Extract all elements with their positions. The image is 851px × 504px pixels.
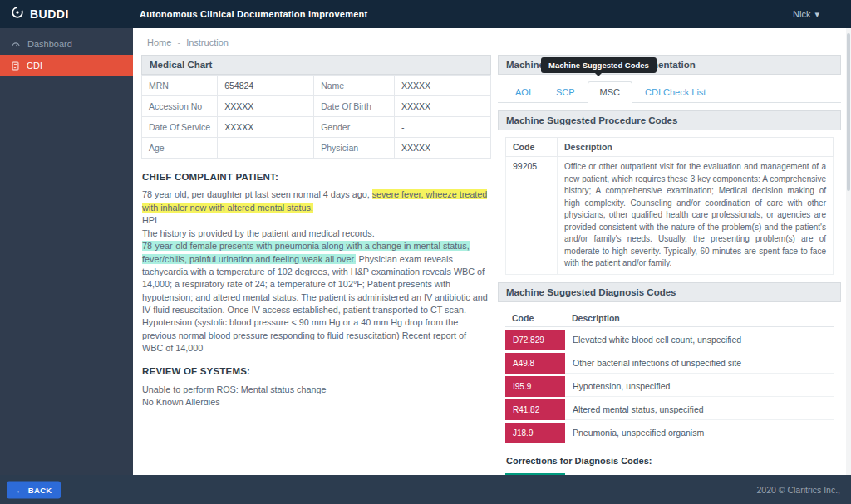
- machine-assisted-panel: Machine Assisted Clinical Documentation …: [498, 55, 841, 475]
- breadcrumb-current: Instruction: [186, 37, 229, 47]
- table-row[interactable]: J18.9 Pneumonia, unspecified organism: [505, 423, 834, 443]
- medical-chart-title: Medical Chart: [141, 55, 491, 75]
- tab-msc[interactable]: MSC: [588, 81, 632, 103]
- diagnosis-description: Other bacterial infections of unspecifie…: [565, 353, 834, 374]
- buddi-logo-icon: [11, 6, 24, 22]
- field-label: MRN: [142, 76, 218, 96]
- sidebar-item-label: CDI: [27, 61, 42, 71]
- table-header-row: Code Description: [505, 310, 834, 327]
- scrollbar[interactable]: [846, 28, 851, 475]
- diagnosis-code: J18.9: [505, 423, 565, 443]
- tab-cdi-check-list[interactable]: CDI Check List: [632, 81, 718, 103]
- field-value: XXXXX: [395, 76, 491, 96]
- field-value: -: [218, 138, 314, 159]
- diagnosis-code: R41.82: [505, 399, 565, 420]
- table-row[interactable]: D72.829 Elevated white blood cell count,…: [505, 330, 834, 350]
- field-label: Age: [142, 138, 218, 159]
- field-value: -: [395, 117, 491, 138]
- field-label: Gender: [314, 117, 395, 138]
- medical-chart-panel: Medical Chart MRN 654824 Name XXXXX Acce…: [141, 55, 491, 405]
- chief-complaint-heading: CHIEF COMPLAINT PATIENT:: [142, 170, 488, 183]
- tab-bar: AOI SCP MSC CDI Check List: [498, 76, 841, 103]
- column-header-description: Description: [565, 310, 834, 327]
- diagnosis-description: Elevated white blood cell count, unspeci…: [565, 330, 834, 350]
- table-row[interactable]: I95.9 Hypotension, unspecified: [505, 376, 834, 397]
- sidebar-item-dashboard[interactable]: Dashboard: [0, 33, 133, 55]
- field-label: Date Of Service: [142, 117, 218, 138]
- diagnosis-description: Pneumonia, unspecified organism: [565, 423, 834, 443]
- tab-aoi[interactable]: AOI: [503, 81, 544, 103]
- table-row[interactable]: A49.8 Other bacterial infections of unsp…: [505, 353, 834, 374]
- column-header-code: Code: [506, 138, 558, 157]
- table-row[interactable]: 99205 Office or other outpatient visit f…: [506, 157, 834, 275]
- scrollbar-thumb[interactable]: [847, 33, 850, 191]
- user-menu[interactable]: Nick ▾: [793, 9, 851, 20]
- ros-line: Unable to perform ROS: Mental status cha…: [142, 384, 488, 397]
- table-row[interactable]: R41.82 Altered mental status, unspecifie…: [505, 399, 834, 420]
- column-header-description: Description: [558, 138, 834, 157]
- table-row: Age - Physician XXXXX: [142, 138, 491, 159]
- clinical-note: CHIEF COMPLAINT PATIENT: 78 year old, pe…: [141, 159, 491, 405]
- dashboard-gauge-icon: [11, 39, 21, 49]
- ros-line: No Known Allergies: [142, 396, 488, 405]
- back-button[interactable]: ← BACK: [7, 481, 61, 498]
- brand-name: BUDDI: [30, 7, 69, 21]
- column-header-code: Code: [505, 310, 565, 327]
- main-content: Home - Instruction Medical Chart MRN 654…: [133, 28, 851, 475]
- tooltip: Machine Suggested Codes: [541, 57, 657, 73]
- note-text: 78 year old, per daughter pt last seen n…: [142, 189, 372, 199]
- brand[interactable]: BUDDI: [0, 6, 133, 22]
- diagnosis-code: I95.9: [505, 376, 565, 397]
- diagnosis-codes-title: Machine Suggested Diagnosis Codes: [498, 282, 841, 302]
- back-arrow-icon: ←: [16, 485, 24, 494]
- note-text: The history is provided by the patient a…: [142, 228, 488, 241]
- ros-heading: REVIEW OF SYSTEMS:: [142, 365, 488, 378]
- field-value: XXXXX: [218, 96, 314, 117]
- breadcrumb: Home - Instruction: [133, 28, 851, 55]
- user-name: Nick: [793, 9, 810, 19]
- sidebar: Dashboard CDI: [0, 28, 133, 475]
- hpi-label: HPI: [142, 214, 488, 228]
- patient-info-table: MRN 654824 Name XXXXX Accession No XXXXX…: [141, 75, 491, 159]
- note-text: Physician exam reveals tachycardia with …: [142, 254, 488, 353]
- field-label: Date Of Birth: [314, 96, 395, 117]
- procedure-codes-table: Code Description 99205 Office or other o…: [505, 137, 834, 275]
- diagnosis-code: D72.829: [505, 330, 565, 350]
- sidebar-item-label: Dashboard: [27, 39, 72, 49]
- breadcrumb-home-link[interactable]: Home: [147, 37, 171, 47]
- table-header-row: Code Description: [506, 138, 834, 157]
- copyright-text: 2020 © Claritrics Inc.,: [756, 485, 851, 495]
- procedure-description: Office or other outpatient visit for the…: [558, 157, 834, 275]
- field-label: Physician: [314, 138, 395, 159]
- topbar: BUDDI Autonomous Clinical Documentation …: [0, 0, 851, 28]
- field-label: Accession No: [142, 96, 218, 117]
- sidebar-item-cdi[interactable]: CDI: [0, 55, 133, 76]
- medical-chart-body: MRN 654824 Name XXXXX Accession No XXXXX…: [141, 75, 491, 405]
- tab-scp[interactable]: SCP: [544, 81, 588, 103]
- field-value: XXXXX: [395, 96, 491, 117]
- table-row: Date Of Service XXXXX Gender -: [142, 117, 491, 138]
- chief-complaint-text: 78 year old, per daughter pt last seen n…: [142, 188, 488, 214]
- diagnosis-code: A49.8: [505, 353, 565, 374]
- table-row: MRN 654824 Name XXXXX: [142, 76, 491, 96]
- field-value: XXXXX: [395, 138, 491, 159]
- document-icon: [11, 61, 20, 71]
- field-value: 654824: [218, 76, 314, 96]
- chevron-down-icon: ▾: [814, 9, 819, 20]
- field-value: XXXXX: [218, 117, 314, 138]
- diagnosis-codes-table: Code Description D72.829 Elevated white …: [505, 307, 834, 446]
- diagnosis-description: Hypotension, unspecified: [565, 376, 834, 397]
- table-row: Accession No XXXXX Date Of Birth XXXXX: [142, 96, 491, 117]
- corrections-title: Corrections for Diagnosis Codes:: [506, 456, 833, 466]
- app-title: Autonomous Clinical Documentation Improv…: [140, 9, 367, 19]
- footer: ← BACK 2020 © Claritrics Inc.,: [0, 475, 851, 504]
- procedure-code: 99205: [506, 157, 558, 275]
- hpi-text: 78-year-old female presents with pneumon…: [142, 240, 488, 355]
- diagnosis-description: Altered mental status, unspecified: [565, 399, 834, 420]
- back-button-label: BACK: [28, 485, 52, 494]
- procedure-codes-title: Machine Suggested Procedure Codes: [498, 110, 841, 130]
- breadcrumb-separator: -: [177, 37, 180, 47]
- field-label: Name: [314, 76, 395, 96]
